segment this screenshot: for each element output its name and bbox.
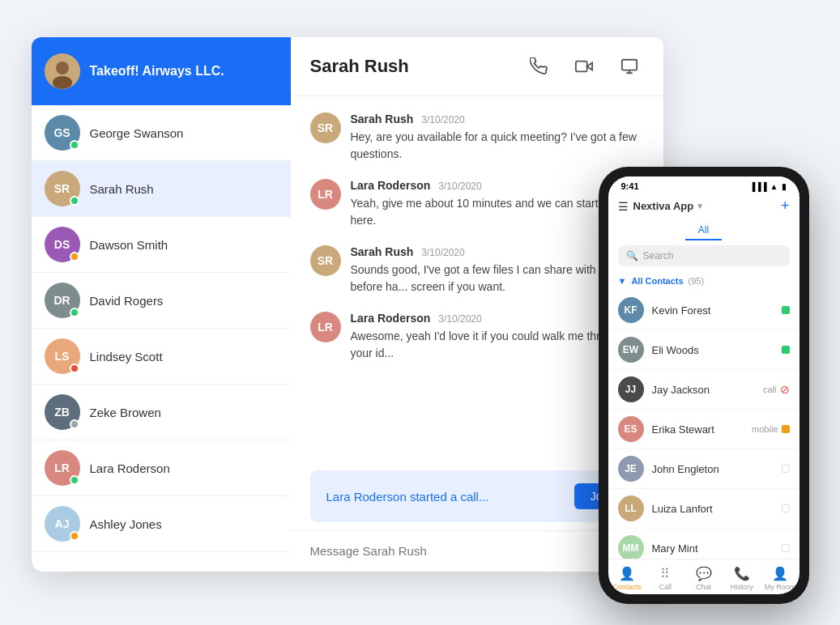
phone-screen: 9:41 ▐▐▐ ▲ ▮ ☰ Nextiva App ▼ + [608, 176, 799, 594]
phone-add-button[interactable]: + [781, 198, 790, 215]
contact-name: David Rogers [90, 294, 164, 308]
phone-search[interactable]: 🔍 Search [618, 245, 790, 266]
phone-nav-item[interactable]: 👤 Contacts [608, 566, 646, 591]
phone-mockup: 9:41 ▐▐▐ ▲ ▮ ☰ Nextiva App ▼ + [599, 167, 809, 604]
phone-nav-item[interactable]: 👤 My Room [761, 566, 799, 591]
phone-contact-item[interactable]: JJ Jay Jackson call⊘ [608, 370, 799, 410]
phone-nav-icon: 💬 [696, 566, 712, 581]
status-dot [70, 252, 79, 261]
sidebar-contact-item[interactable]: LR Lara Roderson [32, 440, 291, 496]
phone-contact-status-area [782, 504, 790, 512]
phone-contact-item[interactable]: JE John Engleton [608, 449, 799, 489]
phone-contact-status-area [782, 465, 790, 473]
phone-contact-initials: ES [624, 423, 637, 435]
msg-sender: Lara Roderson [351, 179, 431, 192]
phone-contact-initials: EW [623, 344, 638, 355]
phone-contact-initials: KF [625, 304, 637, 316]
phone-tabs: All [608, 221, 799, 245]
phone-contact-avatar: EW [618, 337, 644, 363]
sidebar: Takeoff! Airways LLC. GS George Swanson … [32, 37, 291, 572]
svg-point-1 [56, 62, 69, 74]
msg-avatar-initials: LR [318, 188, 333, 201]
contact-initials: SR [54, 182, 70, 195]
contact-name: Dawson Smith [90, 238, 168, 252]
sidebar-contact-item[interactable]: DS Dawson Smith [32, 217, 291, 273]
sidebar-contact-item[interactable]: DR David Rogers [32, 273, 291, 329]
phone-contact-item[interactable]: LL Luiza Lanfort [608, 489, 799, 529]
contacts-count: (95) [689, 276, 705, 286]
phone-status-indicator [782, 504, 790, 512]
sidebar-contact-item[interactable]: LS Lindsey Scott [32, 329, 291, 385]
chat-contact-name: Sarah Rush [310, 56, 409, 77]
message-input[interactable] [310, 544, 644, 558]
sidebar-contact-item[interactable]: AJ Ashley Jones [32, 496, 291, 552]
msg-text: Hey, are you available for a quick meeti… [351, 129, 644, 163]
phone-search-icon: 🔍 [626, 250, 638, 261]
phone-contact-item[interactable]: ES Erika Stewart mobile [608, 410, 799, 449]
contact-initials: GS [53, 126, 70, 139]
contact-avatar-wrap: GS [45, 115, 80, 151]
phone-search-placeholder: Search [643, 250, 674, 261]
msg-sender: Sarah Rush [351, 245, 414, 258]
phone-contact-status-area [782, 346, 790, 354]
contact-initials: DS [54, 238, 70, 251]
video-call-button[interactable] [569, 52, 599, 81]
contact-avatar-wrap: AJ [45, 506, 80, 542]
phone-nav-item[interactable]: ⠿ Call [646, 566, 684, 591]
phone-contact-avatar: LL [618, 495, 644, 521]
contact-avatar-wrap: LS [45, 338, 80, 374]
status-dot [70, 475, 79, 485]
contact-initials: AJ [55, 517, 70, 530]
msg-avatar-initials: SR [318, 254, 333, 267]
phone-status-indicator [782, 425, 790, 433]
phone-contact-item[interactable]: KF Kevin Forest [608, 291, 799, 330]
contact-avatar-wrap: LR [45, 450, 80, 486]
phone-contact-item[interactable]: EW Eli Woods [608, 330, 799, 370]
phone-contact-name: Jay Jackson [652, 384, 755, 396]
phone-nav-item[interactable]: 📞 History [723, 566, 761, 591]
contact-name: Lindsey Scott [90, 350, 163, 364]
screen-share-button[interactable] [615, 52, 644, 81]
msg-header: Sarah Rush 3/10/2020 [351, 113, 644, 125]
message-row: LR Lara Roderson 3/10/2020 Yeah, give me… [310, 179, 644, 229]
msg-content: Sarah Rush 3/10/2020 Hey, are you availa… [351, 113, 644, 163]
phone-contact-initials: JE [625, 463, 637, 474]
msg-avatar: SR [310, 113, 341, 143]
msg-time: 3/10/2020 [438, 313, 481, 325]
msg-avatar: LR [310, 179, 341, 210]
phone-call-button[interactable] [524, 52, 553, 81]
sidebar-contact-item[interactable]: SR Sarah Rush [32, 161, 291, 217]
sidebar-contact-item[interactable]: GS George Swanson [32, 105, 291, 161]
phone-nav-label: Contacts [612, 583, 642, 591]
phone-nav-icon: 👤 [619, 566, 635, 581]
contact-name: Sarah Rush [90, 182, 154, 196]
app-container: Takeoff! Airways LLC. GS George Swanson … [32, 21, 809, 604]
message-row: SR Sarah Rush 3/10/2020 Sounds good, I'v… [310, 245, 644, 295]
phone-nav-label: Chat [696, 583, 711, 591]
msg-time: 3/10/2020 [421, 114, 464, 125]
chat-header: Sarah Rush [291, 37, 663, 96]
phone-time: 9:41 [621, 181, 639, 191]
contact-avatar-wrap: SR [45, 171, 80, 206]
phone-status-indicator [782, 544, 790, 552]
phone-nav-icon: ⠿ [660, 566, 670, 581]
phone-nav-item[interactable]: 💬 Chat [684, 566, 723, 591]
contact-initials: LS [55, 350, 70, 363]
phone-status-indicator [782, 306, 790, 314]
status-dot [70, 308, 79, 317]
phone-nav-label: My Room [765, 583, 796, 591]
phone-contact-item[interactable]: MM Mary Mint [608, 529, 799, 559]
phone-tab-all[interactable]: All [685, 221, 722, 240]
phone-contact-status-area: mobile [752, 424, 789, 434]
sidebar-contact-item[interactable]: ZB Zeke Browen [32, 385, 291, 440]
phone-contact-avatar: MM [618, 535, 644, 559]
menu-icon[interactable]: ☰ [618, 200, 629, 213]
status-dot [70, 364, 79, 373]
phone-contact-avatar: KF [618, 297, 644, 323]
phone-contact-name: Eli Woods [652, 344, 774, 356]
phone-status-label: mobile [752, 424, 778, 434]
chevron-down-icon: ▼ [618, 276, 627, 286]
svg-point-2 [53, 76, 72, 89]
msg-sender: Lara Roderson [351, 312, 431, 325]
contact-list: GS George Swanson SR Sarah Rush DS Dawso… [32, 105, 291, 572]
